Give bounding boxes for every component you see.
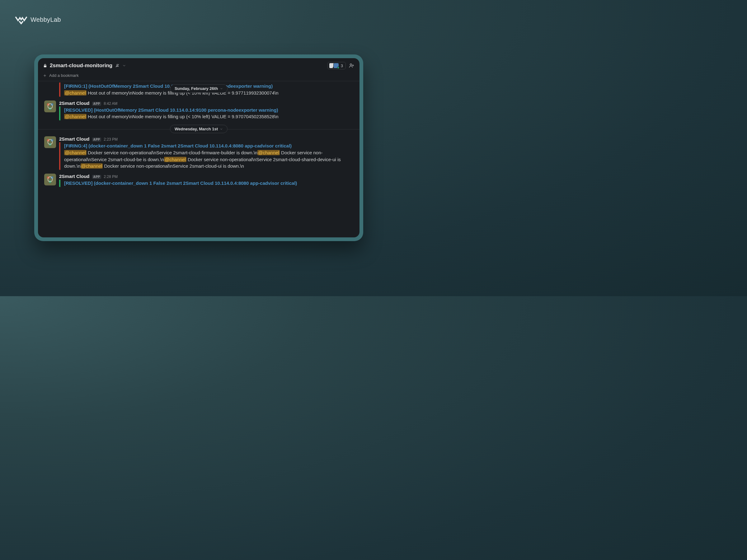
app-avatar[interactable] [44, 174, 56, 185]
brand-name: WebbyLab [30, 16, 61, 23]
slack-app: 2smart-cloud-monitoring 3 [38, 58, 360, 237]
app-badge: APP [92, 102, 101, 106]
channel-mention[interactable]: @channel [64, 90, 86, 96]
message-timestamp[interactable]: 2:28 PM [104, 175, 118, 179]
svg-point-2 [350, 64, 352, 65]
add-user-icon [348, 62, 355, 69]
channel-mention[interactable]: @channel [64, 150, 86, 155]
attachment-title-link[interactable]: [FIRING:4] (docker-container_down 1 Fals… [64, 142, 353, 149]
message-row: 2Smart Cloud APP 8:42 AM [RESOLVED] (Hos… [38, 99, 360, 123]
attachment-title-link[interactable]: [RESOLVED] (HostOutOfMemory 2Smart Cloud… [64, 107, 353, 113]
plus-icon [43, 74, 47, 77]
window-frame: 2smart-cloud-monitoring 3 [34, 54, 363, 241]
message-author[interactable]: 2Smart Cloud [59, 136, 89, 141]
attachment-text: @channel Host out of memory\nNode memory… [64, 113, 353, 120]
bell-off-icon [115, 63, 120, 68]
channel-mention[interactable]: @channel [257, 150, 280, 155]
app-badge: APP [92, 175, 101, 179]
chevron-down-icon [122, 64, 126, 68]
channel-title-button[interactable]: 2smart-cloud-monitoring [43, 62, 126, 69]
chevron-down-icon [220, 87, 223, 90]
add-user-button[interactable] [348, 62, 355, 69]
channel-header: 2smart-cloud-monitoring 3 [38, 58, 360, 72]
date-label: Wednesday, March 1st [175, 127, 218, 131]
webhook-icon [45, 101, 55, 111]
app-avatar[interactable] [44, 136, 56, 148]
brand-logo: WebbyLab [15, 15, 61, 24]
message-row: 2Smart Cloud APP 2:23 PM [FIRING:4] (doc… [38, 134, 360, 172]
channel-name: 2smart-cloud-monitoring [50, 62, 112, 69]
attachment: [RESOLVED] (HostOutOfMemory 2Smart Cloud… [59, 106, 353, 121]
attachment: [RESOLVED] (docker-container_down 1 Fals… [59, 180, 353, 187]
message-row: 2Smart Cloud APP 2:28 PM [RESOLVED] (doc… [38, 172, 360, 189]
date-divider: Wednesday, March 1st [38, 125, 360, 133]
app-avatar[interactable] [44, 101, 56, 112]
bookmark-bar: Add a bookmark [38, 72, 360, 81]
member-count: 3 [341, 63, 343, 68]
attachment-title-link[interactable]: [RESOLVED] (docker-container_down 1 Fals… [64, 180, 353, 187]
floating-date-pill[interactable]: Sunday, February 26th [170, 84, 228, 93]
svg-rect-0 [44, 65, 46, 67]
member-count-button[interactable]: 3 [328, 62, 346, 70]
message-author[interactable]: 2Smart Cloud [59, 101, 89, 106]
message-list: Sunday, February 26th [FIRING:1] (HostOu… [38, 81, 360, 237]
channel-mention[interactable]: @channel [81, 163, 103, 169]
channel-mention[interactable]: @channel [64, 114, 86, 119]
webhook-icon [45, 175, 55, 185]
lock-icon [43, 63, 47, 68]
date-label: Sunday, February 26th [175, 86, 218, 91]
webhook-icon [45, 137, 55, 147]
attachment-title-link[interactable]: [FIRING:1] (HostOutOfMemory 2Smart Cloud… [64, 83, 273, 89]
message-timestamp[interactable]: 8:42 AM [104, 101, 117, 106]
message-timestamp[interactable]: 2:23 PM [104, 137, 118, 141]
attachment: [FIRING:4] (docker-container_down 1 Fals… [59, 142, 353, 170]
message-author[interactable]: 2Smart Cloud [59, 174, 89, 179]
app-badge: APP [92, 137, 101, 141]
member-avatars [329, 63, 339, 69]
channel-mention[interactable]: @channel [164, 157, 186, 162]
add-bookmark-button[interactable]: Add a bookmark [49, 73, 79, 78]
chevron-down-icon [220, 128, 223, 131]
webbylab-icon [15, 15, 27, 24]
date-pill[interactable]: Wednesday, March 1st [170, 125, 228, 133]
attachment-text: @channel Docker service non-operational\… [64, 149, 353, 169]
